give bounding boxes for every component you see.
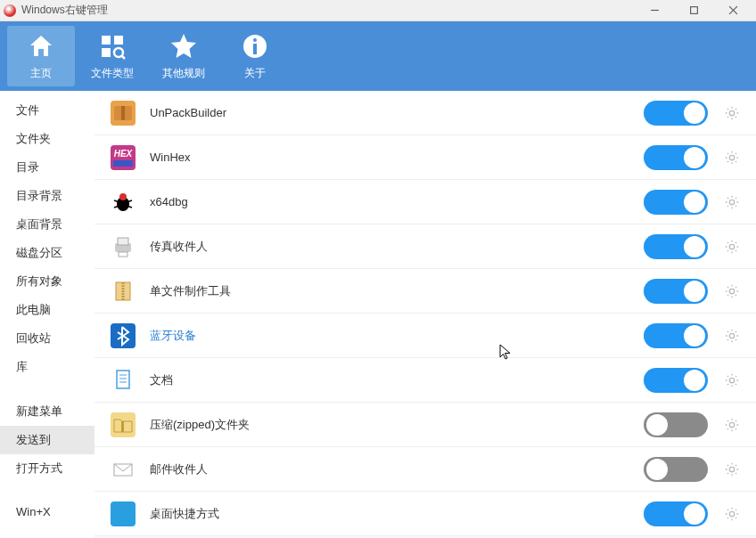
toggle-switch[interactable]	[644, 279, 708, 304]
close-button[interactable]	[713, 0, 752, 21]
item-label: 桌面快捷方式	[150, 506, 644, 522]
sidebar: 文件文件夹目录目录背景桌面背景磁盘分区所有对象此电脑回收站库新建菜单发送到打开方…	[0, 91, 94, 538]
item-icon	[111, 190, 136, 215]
svg-point-19	[119, 193, 127, 200]
item-icon	[111, 323, 136, 348]
titlebar: Windows右键管理	[0, 0, 756, 21]
sidebar-item[interactable]: 库	[0, 353, 94, 381]
svg-point-14	[729, 110, 734, 115]
settings-gear-icon[interactable]	[720, 146, 744, 169]
item-icon	[111, 101, 136, 126]
svg-rect-4	[102, 36, 111, 45]
sidebar-item[interactable]: 所有对象	[0, 267, 94, 296]
sidebar-item[interactable]: 磁盘分区	[0, 239, 94, 267]
home-icon	[27, 32, 55, 61]
sidebar-item[interactable]: 文件夹	[0, 125, 94, 153]
settings-gear-icon[interactable]	[720, 280, 744, 303]
item-icon	[111, 368, 136, 393]
maximize-button[interactable]	[674, 0, 713, 21]
sidebar-item[interactable]: 文件	[0, 96, 94, 125]
item-label: x64dbg	[150, 195, 644, 208]
item-label: WinHex	[150, 151, 644, 164]
settings-gear-icon[interactable]	[720, 191, 744, 214]
item-icon: HEX	[111, 145, 136, 170]
toggle-switch[interactable]	[644, 234, 708, 259]
toolbar-label: 关于	[244, 66, 266, 81]
settings-gear-icon[interactable]	[720, 502, 744, 526]
toolbar-other[interactable]: 其他规则	[150, 26, 218, 86]
svg-point-28	[729, 244, 734, 249]
item-label: 传真收件人	[150, 239, 644, 255]
svg-rect-11	[253, 44, 257, 54]
list-item: 蓝牙设备	[94, 314, 756, 358]
item-icon	[111, 501, 136, 526]
other-icon	[169, 32, 198, 61]
sidebar-item[interactable]: 打开方式	[0, 454, 94, 483]
list-item: 压缩(zipped)文件夹	[94, 403, 756, 447]
settings-gear-icon[interactable]	[720, 413, 744, 436]
svg-point-38	[729, 422, 734, 427]
toggle-switch[interactable]	[644, 145, 708, 170]
window-title: Windows右键管理	[21, 3, 108, 18]
list-item: 单文件制作工具	[94, 269, 756, 314]
toolbar-label: 其他规则	[162, 66, 205, 81]
settings-gear-icon[interactable]	[720, 102, 744, 125]
toggle-switch[interactable]	[644, 190, 708, 215]
svg-rect-27	[119, 252, 127, 257]
list-item: 桌面快捷方式	[94, 492, 756, 536]
toggle-switch[interactable]	[644, 323, 708, 348]
minimize-button[interactable]	[635, 0, 674, 21]
sidebar-item[interactable]: 回收站	[0, 324, 94, 353]
sidebar-item[interactable]: 目录背景	[0, 182, 94, 210]
item-icon	[111, 412, 136, 437]
svg-line-8	[122, 56, 125, 59]
svg-point-36	[729, 378, 734, 382]
app-icon	[4, 4, 16, 17]
toggle-switch[interactable]	[644, 501, 708, 526]
svg-point-40	[729, 467, 734, 471]
svg-rect-41	[113, 507, 133, 521]
toggle-switch[interactable]	[644, 101, 708, 126]
svg-point-30	[729, 289, 734, 293]
settings-gear-icon[interactable]	[720, 235, 744, 258]
item-label: 邮件收件人	[150, 461, 644, 477]
item-label: 压缩(zipped)文件夹	[150, 417, 644, 433]
settings-gear-icon[interactable]	[720, 324, 744, 347]
svg-rect-6	[102, 48, 111, 57]
about-icon	[241, 32, 269, 61]
list-item: x64dbg	[94, 180, 756, 224]
toggle-switch[interactable]	[644, 412, 708, 437]
sidebar-item[interactable]: 目录	[0, 153, 94, 182]
toggle-switch[interactable]	[644, 457, 708, 482]
sidebar-item[interactable]: Win+X	[0, 499, 94, 525]
toolbar-filetype[interactable]: 文件类型	[78, 26, 146, 86]
svg-text:HEX: HEX	[114, 149, 134, 159]
toolbar-home[interactable]: 主页	[7, 26, 75, 86]
svg-point-7	[114, 48, 123, 57]
settings-gear-icon[interactable]	[720, 369, 744, 392]
item-label: UnPackBuilder	[150, 106, 644, 119]
sidebar-item[interactable]: 此电脑	[0, 296, 94, 324]
sidebar-item[interactable]: 新建菜单	[0, 397, 94, 426]
svg-rect-16	[113, 160, 133, 167]
svg-point-31	[729, 333, 734, 338]
svg-point-10	[253, 38, 257, 42]
sidebar-item[interactable]: 桌面背景	[0, 210, 94, 239]
svg-point-24	[729, 200, 734, 204]
list-item: 邮件收件人	[94, 447, 756, 492]
list-item: 文档	[94, 358, 756, 403]
toolbar-label: 文件类型	[91, 66, 134, 81]
item-icon	[111, 457, 136, 482]
filetype-icon	[98, 32, 127, 61]
toggle-switch[interactable]	[644, 368, 708, 393]
sidebar-item[interactable]: 发送到	[0, 426, 94, 454]
svg-point-42	[729, 511, 734, 516]
svg-rect-26	[118, 238, 128, 245]
svg-rect-37	[121, 421, 124, 432]
item-icon	[111, 234, 136, 259]
item-label: 蓝牙设备	[150, 328, 644, 344]
settings-gear-icon[interactable]	[720, 458, 744, 481]
toolbar-about[interactable]: 关于	[221, 26, 289, 86]
svg-rect-1	[690, 7, 697, 14]
svg-rect-13	[121, 106, 125, 120]
